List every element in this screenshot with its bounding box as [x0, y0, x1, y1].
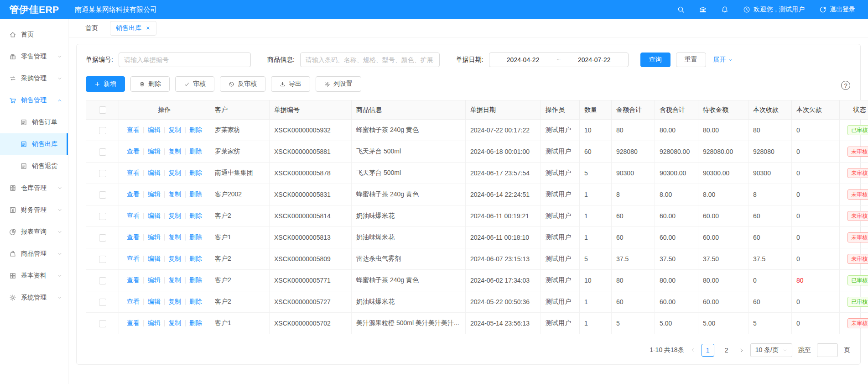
- row-action-copy[interactable]: 复制: [168, 147, 181, 155]
- jump-page-input[interactable]: [817, 343, 838, 357]
- row-action-view[interactable]: 查看: [127, 169, 140, 176]
- row-action-edit[interactable]: 编辑: [148, 126, 161, 133]
- row-action-view[interactable]: 查看: [127, 255, 140, 262]
- cell-status: 未审核: [840, 184, 868, 205]
- add-button[interactable]: 新增: [86, 76, 125, 92]
- page-size-select[interactable]: 10 条/页: [750, 343, 792, 357]
- row-action-view[interactable]: 查看: [127, 233, 140, 241]
- audit-button[interactable]: 审核: [175, 76, 214, 92]
- select-all-checkbox[interactable]: [99, 106, 106, 114]
- sidebar-item-home[interactable]: 首页: [0, 24, 68, 46]
- row-checkbox[interactable]: [99, 256, 106, 263]
- row-action-delete[interactable]: 删除: [189, 276, 202, 284]
- reset-button[interactable]: 重置: [676, 53, 706, 67]
- product-input[interactable]: [300, 53, 440, 67]
- row-action-delete[interactable]: 删除: [189, 126, 202, 133]
- sidebar-item-report[interactable]: 报表查询: [0, 221, 68, 243]
- row-checkbox[interactable]: [99, 191, 106, 199]
- row-action-copy[interactable]: 复制: [168, 190, 181, 198]
- row-checkbox[interactable]: [99, 277, 106, 284]
- search-button[interactable]: 查询: [640, 53, 670, 67]
- row-action-view[interactable]: 查看: [127, 190, 140, 198]
- cell-status: 已审核: [840, 120, 868, 141]
- row-action-edit[interactable]: 编辑: [148, 233, 161, 241]
- unaudit-button[interactable]: 反审核: [220, 76, 265, 92]
- tab-sales-outbound[interactable]: 销售出库: [110, 21, 156, 36]
- cell-receivable: 8.00: [698, 184, 748, 205]
- row-action-copy[interactable]: 复制: [168, 255, 181, 262]
- row-action-edit[interactable]: 编辑: [148, 319, 161, 326]
- tab-home[interactable]: 首页: [80, 21, 104, 35]
- row-action-copy[interactable]: 复制: [168, 126, 181, 133]
- sidebar-item-sales-order[interactable]: 销售订单: [0, 111, 68, 133]
- row-action-copy[interactable]: 复制: [168, 169, 181, 176]
- search-icon[interactable]: [677, 6, 685, 13]
- ban-icon: [229, 81, 234, 87]
- sidebar-item-warehouse[interactable]: 仓库管理: [0, 177, 68, 199]
- row-action-edit[interactable]: 编辑: [148, 190, 161, 198]
- sidebar-item-purchase[interactable]: 采购管理: [0, 68, 68, 89]
- row-action-copy[interactable]: 复制: [168, 212, 181, 219]
- bell-icon[interactable]: [721, 6, 728, 13]
- row-action-edit[interactable]: 编辑: [148, 298, 161, 305]
- column-settings-button[interactable]: 列设置: [316, 76, 361, 92]
- sidebar-item-finance[interactable]: 财务管理: [0, 199, 68, 221]
- row-action-view[interactable]: 查看: [127, 212, 140, 219]
- cell-owed: 0: [792, 205, 840, 227]
- row-checkbox[interactable]: [99, 299, 106, 306]
- row-action-delete[interactable]: 删除: [189, 190, 202, 198]
- row-checkbox[interactable]: [99, 320, 106, 327]
- sidebar-item-sales-outbound[interactable]: 销售出库: [0, 133, 68, 155]
- date-range-picker[interactable]: 2024-04-22 ~ 2024-07-22: [489, 53, 629, 67]
- page-button-1[interactable]: 1: [702, 344, 714, 357]
- sidebar-item-system[interactable]: 系统管理: [0, 287, 68, 309]
- row-action-edit[interactable]: 编辑: [148, 212, 161, 219]
- date-end[interactable]: 2024-07-22: [578, 56, 611, 63]
- row-action-delete[interactable]: 删除: [189, 169, 202, 176]
- row-checkbox[interactable]: [99, 213, 106, 220]
- row-action-view[interactable]: 查看: [127, 298, 140, 305]
- sidebar-item-sales[interactable]: 销售管理: [0, 89, 68, 111]
- expand-link[interactable]: 展开: [713, 56, 733, 64]
- row-action-view[interactable]: 查看: [127, 319, 140, 326]
- row-action-delete[interactable]: 删除: [189, 319, 202, 326]
- row-action-copy[interactable]: 复制: [168, 319, 181, 326]
- export-button[interactable]: 导出: [271, 76, 310, 92]
- row-action-edit[interactable]: 编辑: [148, 169, 161, 176]
- logout-button[interactable]: 退出登录: [819, 5, 855, 14]
- row-checkbox[interactable]: [99, 148, 106, 156]
- sidebar-item-product[interactable]: 商品管理: [0, 243, 68, 265]
- sidebar-item-retail[interactable]: 零售管理: [0, 46, 68, 68]
- sidebar-item-basedata[interactable]: 基本资料: [0, 265, 68, 287]
- doc-no-input[interactable]: [119, 53, 251, 67]
- row-action-view[interactable]: 查看: [127, 147, 140, 155]
- date-start[interactable]: 2024-04-22: [507, 56, 540, 63]
- row-action-copy[interactable]: 复制: [168, 298, 181, 305]
- row-action-view[interactable]: 查看: [127, 126, 140, 133]
- row-checkbox[interactable]: [99, 234, 106, 242]
- welcome-user[interactable]: 欢迎您，测试用户: [743, 5, 805, 14]
- row-checkbox[interactable]: [99, 170, 106, 177]
- bank-icon[interactable]: [699, 6, 707, 13]
- row-action-view[interactable]: 查看: [127, 276, 140, 284]
- next-page-icon[interactable]: [739, 347, 744, 353]
- row-checkbox[interactable]: [99, 127, 106, 134]
- row-action-delete[interactable]: 删除: [189, 147, 202, 155]
- row-action-delete[interactable]: 删除: [189, 298, 202, 305]
- cell-doc-no: XSCK00000005727: [270, 291, 352, 313]
- row-action-delete[interactable]: 删除: [189, 212, 202, 219]
- row-action-edit[interactable]: 编辑: [148, 147, 161, 155]
- sidebar-item-sales-return[interactable]: 销售退货: [0, 155, 68, 177]
- page-button-2[interactable]: 2: [720, 344, 733, 357]
- cell-date: 2024-06-11 00:18:10: [466, 227, 541, 248]
- row-action-edit[interactable]: 编辑: [148, 255, 161, 262]
- help-button[interactable]: ?: [841, 81, 850, 90]
- row-action-delete[interactable]: 删除: [189, 233, 202, 241]
- prev-page-icon[interactable]: [690, 347, 696, 353]
- row-action-copy[interactable]: 复制: [168, 233, 181, 241]
- close-icon[interactable]: [146, 26, 151, 31]
- delete-button[interactable]: 删除: [130, 76, 170, 92]
- row-action-delete[interactable]: 删除: [189, 255, 202, 262]
- row-action-edit[interactable]: 编辑: [148, 276, 161, 284]
- row-action-copy[interactable]: 复制: [168, 276, 181, 284]
